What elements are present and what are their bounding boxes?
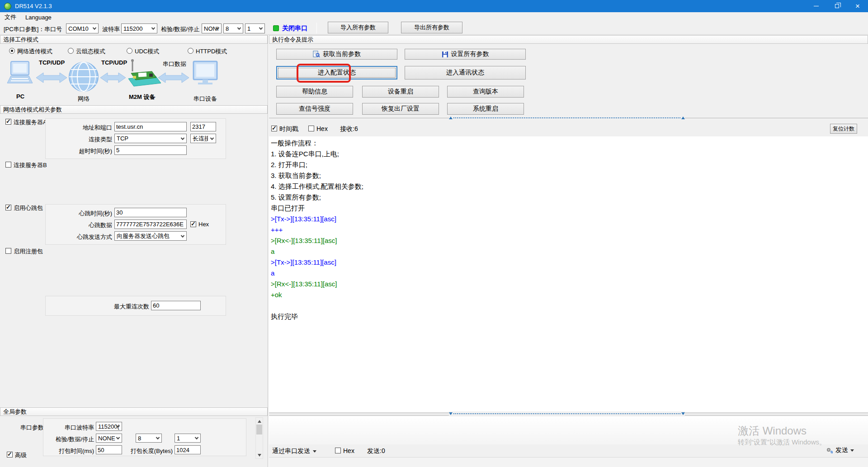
conn-type-select[interactable]: TCP <box>114 134 187 143</box>
scroll-up-icon[interactable] <box>256 418 263 425</box>
baud-select[interactable]: 115200 <box>121 23 157 33</box>
node-label: 串口设备 <box>193 95 217 103</box>
register-label: 启用注册包 <box>14 248 43 256</box>
com-port-select[interactable]: COM10 <box>66 23 99 33</box>
log-line: 3. 获取当前参数; <box>269 170 868 181</box>
server-a-label: 连接服务器A <box>14 118 47 126</box>
scroll-down-icon[interactable] <box>256 452 263 458</box>
restore-icon <box>835 4 839 8</box>
chevron-down-icon <box>210 136 214 140</box>
global-scrollbar[interactable] <box>255 417 263 459</box>
windows-activate-watermark-sub: 转到“设置”以激活 Windows。 <box>738 438 826 447</box>
serial-device-icon <box>193 61 217 84</box>
hb-hex-label: Hex <box>198 221 209 228</box>
reconnect-label: 最大重连次数 <box>68 303 149 311</box>
enter-comm-button[interactable]: 进入通讯状态 <box>405 66 526 79</box>
radio-cloud-mode[interactable] <box>68 48 74 54</box>
g-parity-select[interactable]: NONE <box>96 434 122 443</box>
timeout-input[interactable]: 5 <box>114 145 187 155</box>
collapse-up-icon <box>681 117 685 119</box>
collapse-up-icon <box>449 117 453 119</box>
radio-net-transparent-mode[interactable] <box>9 48 15 54</box>
system-reboot-button[interactable]: 系统重启 <box>447 103 524 115</box>
send-hex-checkbox[interactable] <box>335 448 341 453</box>
log-line: >[Rx<-][13:35:11][asc] <box>269 235 868 246</box>
hb-data-input[interactable]: 7777772E7573722E636E <box>114 219 187 229</box>
advanced-label: 高级 <box>15 451 27 459</box>
server-b-checkbox[interactable] <box>5 162 11 168</box>
hb-data-label: 心跳数据 <box>49 221 112 229</box>
g-baud-select[interactable]: 115200( <box>96 422 122 431</box>
restore-button[interactable] <box>826 0 847 12</box>
close-port-button[interactable]: 关闭串口 <box>282 24 307 33</box>
node-label: M2M 设备 <box>129 93 156 101</box>
enter-config-button[interactable]: 进入配置状态 <box>276 66 397 79</box>
keep-alive-select[interactable]: 长连接 <box>190 134 216 143</box>
hb-mode-label: 心跳发送方式 <box>49 233 112 241</box>
toolbar-separator <box>316 23 317 33</box>
server-a-checkbox[interactable] <box>5 119 11 125</box>
timestamp-checkbox[interactable] <box>271 126 277 131</box>
g-parity-label: 检验/数据/停止 <box>45 435 94 444</box>
send-button[interactable]: 发送 <box>826 446 854 454</box>
log-line: 1. 设备连PC串口,上电; <box>269 149 868 159</box>
recv-count: 接收:6 <box>340 125 358 133</box>
log-line: 串口已打开 <box>269 203 868 214</box>
set-params-button[interactable]: 设置所有参数 <box>405 49 526 60</box>
server-port-input[interactable]: 2317 <box>190 122 216 131</box>
reset-count-button[interactable]: 复位计数 <box>830 124 857 134</box>
device-reboot-button[interactable]: 设备重启 <box>362 86 439 98</box>
pack-len-label: 打包长度(Bytes) <box>114 447 173 455</box>
scrollbar-thumb[interactable] <box>256 425 262 434</box>
serial-params-label: 串口参数 <box>20 424 44 432</box>
arrow-icon <box>36 73 67 83</box>
save-icon <box>442 51 448 58</box>
hb-time-input[interactable]: 30 <box>114 208 187 217</box>
stopbits-select[interactable]: 1 <box>245 23 265 33</box>
splitter-handle-bottom[interactable] <box>449 411 685 416</box>
conn-type-label: 连接类型 <box>49 135 112 144</box>
close-button[interactable]: × <box>847 0 868 12</box>
radio-label: UDC模式 <box>135 47 159 56</box>
databits-select[interactable]: 8 <box>223 23 243 33</box>
query-version-button[interactable]: 查询版本 <box>447 86 524 98</box>
link-label: TCP/UDP <box>39 59 65 66</box>
log-hex-checkbox[interactable] <box>308 126 314 131</box>
heartbeat-checkbox[interactable] <box>5 205 11 210</box>
log-line: >[Tx->][13:35:11][asc] <box>269 214 868 224</box>
query-signal-button[interactable]: 查信号强度 <box>276 103 353 115</box>
radio-httpd-mode[interactable] <box>188 48 193 54</box>
timeout-label: 超时时间(秒) <box>49 147 112 155</box>
pc-serial-label: [PC串口参数]：串口号 <box>4 25 62 33</box>
sent-count: 发送:0 <box>367 447 385 455</box>
log-line: >[Rx<-][13:35:11][asc] <box>269 279 868 290</box>
g-databits-select[interactable]: 8 <box>136 434 162 443</box>
import-params-button[interactable]: 导入所有参数 <box>328 22 388 33</box>
reconnect-input[interactable]: 60 <box>151 301 201 310</box>
splitter-handle-top[interactable] <box>449 116 685 120</box>
export-params-button[interactable]: 导出所有参数 <box>401 22 462 33</box>
register-checkbox[interactable] <box>5 248 11 254</box>
hb-mode-select[interactable]: 向服务器发送心跳包 <box>114 231 187 241</box>
advanced-checkbox[interactable] <box>7 452 13 458</box>
send-via-serial-dropdown[interactable]: 通过串口发送 <box>272 447 316 455</box>
menu-file[interactable]: 文件 <box>0 12 21 22</box>
hb-hex-checkbox[interactable] <box>190 221 196 227</box>
log-line: >[Tx->][13:35:11][asc] <box>269 257 868 268</box>
factory-reset-button[interactable]: 恢复出厂设置 <box>362 103 439 115</box>
server-addr-input[interactable]: test.usr.cn <box>114 122 187 131</box>
g-stopbits-select[interactable]: 1 <box>175 434 201 443</box>
baud-label: 波特率 <box>102 25 120 33</box>
help-button[interactable]: 帮助信息 <box>276 86 353 98</box>
pack-time-label: 打包时间(ms) <box>45 447 94 455</box>
g-baud-label: 串口波特率 <box>45 424 94 432</box>
minimize-button[interactable] <box>806 0 826 12</box>
get-params-button[interactable]: 获取当前参数 <box>276 49 397 60</box>
parity-select[interactable]: NONI <box>202 23 222 33</box>
node-label: 网络 <box>78 95 90 103</box>
radio-udc-mode[interactable] <box>127 48 132 54</box>
log-line: +++ <box>269 224 868 235</box>
pack-len-input[interactable]: 1024 <box>175 445 201 454</box>
menu-language[interactable]: Language <box>21 12 56 22</box>
log-output[interactable]: 一般操作流程： 1. 设备连PC串口,上电; 2. 打开串口; 3. 获取当前参… <box>269 136 868 412</box>
